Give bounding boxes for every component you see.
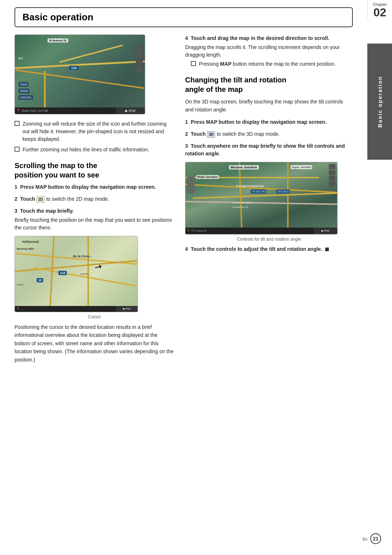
bullet-text-1: Zooming out will reduce the size of the … [23, 120, 174, 143]
scroll-body-text: Positioning the cursor to the desired lo… [15, 323, 174, 364]
tilt-step-4: 4 Touch the controls to adjust the tilt … [185, 245, 353, 253]
page-number: 21 [370, 533, 381, 544]
scroll-map-image: Hollywood Beverly Hills de la Conv... Lo… [15, 236, 138, 312]
scroll-step-2: 2 Touch 2D to switch the 2D map mode. [15, 195, 174, 203]
tilt-section-heading: Changing the tilt and rotation angle of … [185, 75, 353, 94]
scrolling-section-heading: Scrolling the map to the position you wa… [15, 161, 174, 180]
top-map-image: ● Pasadena B Avenue 52 110 5.0 Toast 300… [15, 34, 145, 114]
sidebar-text: Basic operation [377, 76, 383, 128]
sub-bullet-icon [191, 61, 196, 66]
bullet-item: Further zooming out hides the lines of t… [15, 146, 174, 154]
sidebar-label: Basic operation [367, 44, 392, 160]
main-content: Basic operation ● Pasadena B Avenue 52 1… [0, 0, 364, 390]
right-column: 4 Touch and drag the map in the desired … [185, 34, 353, 368]
left-column: ● Pasadena B Avenue 52 110 5.0 Toast 300… [15, 34, 174, 368]
chapter-tab: Chapter 02 [367, 0, 392, 18]
tilt-map-caption: Controls for tilt and rotation angle [185, 237, 353, 242]
tilt-intro: On the 3D map screen, briefly touching t… [185, 98, 353, 114]
icon-2d: 2D [36, 196, 45, 203]
scroll-step-3: 3 Touch the map briefly. Briefly touchin… [15, 207, 174, 232]
scroll-step-1: 1 Press MAP button to display the naviga… [15, 183, 174, 191]
bullet-text-2: Further zooming out hides the lines of t… [23, 146, 149, 154]
page-number-area: En 21 [363, 533, 381, 544]
tilt-step-3: 3 Touch anywhere on the map briefly to s… [185, 142, 353, 158]
bullet-item: Zooming out will reduce the size of the … [15, 120, 174, 143]
bullet-icon [15, 121, 20, 126]
header-bar: Basic operation [15, 7, 353, 27]
bullet-icon [15, 147, 20, 152]
chapter-number: 02 [368, 7, 392, 18]
tilt-step-1: 1 Press MAP button to display the naviga… [185, 118, 353, 126]
top-bullets: Zooming out will reduce the size of the … [15, 120, 174, 154]
right-step-4: 4 Touch and drag the map in the desired … [185, 34, 353, 68]
en-label: En [363, 537, 367, 541]
tilt-map-image: Mission Junction Super Junction Road Jun… [185, 162, 338, 234]
tilt-step-2: 2 Touch 3D to switch the 3D map mode. [185, 130, 353, 138]
two-column-layout: ● Pasadena B Avenue 52 110 5.0 Toast 300… [15, 34, 353, 368]
icon-3d: 3D [207, 131, 215, 138]
end-square [325, 248, 329, 251]
page-title: Basic operation [23, 12, 93, 23]
tilt-controls[interactable] [187, 177, 195, 193]
scroll-map-caption: Cursor [15, 314, 174, 319]
